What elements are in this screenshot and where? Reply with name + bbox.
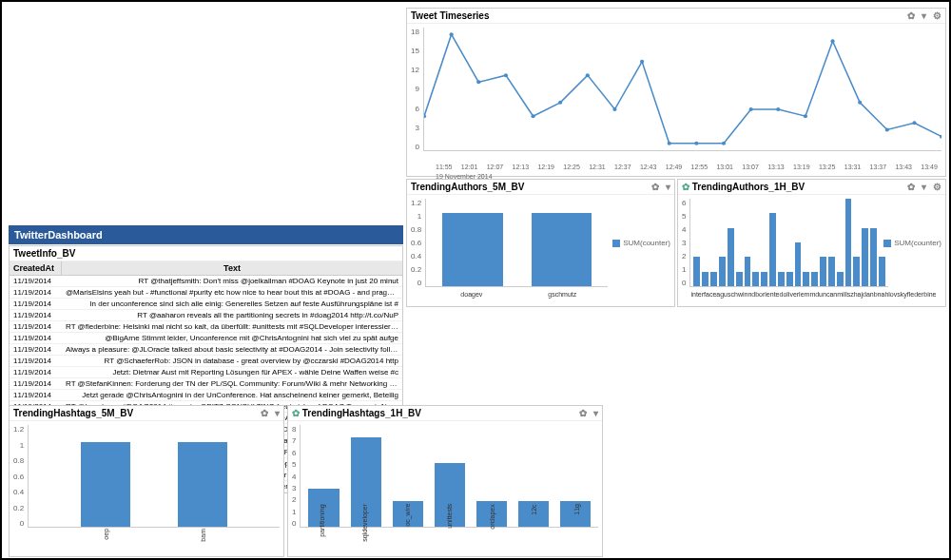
x-tick: 12:55 — [691, 164, 708, 170]
bar[interactable] — [845, 199, 852, 286]
svg-point-17 — [885, 128, 889, 132]
bar[interactable] — [442, 213, 502, 286]
y-axis: 1.210.80.60.40.20 — [13, 425, 24, 528]
x-tick: 12:43 — [640, 164, 657, 170]
table-row[interactable]: 11/19/2014Always a pleasure: @JLOracle t… — [10, 344, 402, 356]
legend-label: SUM(counter) — [623, 239, 670, 247]
bar[interactable] — [786, 272, 793, 286]
bar[interactable] — [828, 257, 835, 286]
chart-body: 6543210 interfaceaguschwinndborientedoli… — [678, 195, 945, 304]
panel-header: TrendingAuthors_5M_BV ✿ ▾ — [407, 180, 674, 195]
legend-label: SUM(counter) — [894, 239, 941, 247]
x-tick: 12:37 — [614, 164, 631, 170]
table-row[interactable]: 11/19/2014Jetzt gerade @ChrisAntognini i… — [10, 390, 402, 401]
panel-hashtags1h: ✿ TrendingHashtags_1H_BV ✿ ▾ 876543210 p… — [287, 405, 603, 557]
cell-date: 11/19/2014 — [10, 321, 62, 332]
x-label: unittests — [446, 504, 453, 542]
panel-header: TweetInfo_BV — [10, 246, 402, 261]
legend-color — [612, 240, 620, 247]
panel-title: TrendingAuthors_5M_BV — [411, 182, 524, 192]
bar[interactable] — [811, 272, 818, 286]
panel-controls[interactable]: ✿ ▾ ⚙ — [903, 182, 941, 192]
bar[interactable] — [769, 213, 776, 286]
panel-controls[interactable]: ✿ ▾ — [257, 408, 280, 418]
col-header-date[interactable]: CreatedAt — [10, 261, 62, 275]
x-tick: 12:01 — [461, 164, 478, 170]
bar[interactable] — [853, 257, 860, 286]
bar[interactable] — [795, 242, 802, 286]
bar[interactable] — [736, 272, 743, 286]
table-row[interactable]: 11/19/2014@MarisElsins yeah but - #funct… — [10, 287, 402, 299]
bar[interactable] — [693, 257, 700, 286]
x-label: bnahlovsky — [874, 291, 907, 298]
bar[interactable] — [752, 272, 759, 286]
bar[interactable] — [702, 272, 708, 286]
panel-controls[interactable]: ✿ ▾ — [575, 408, 598, 418]
table-row[interactable]: 11/19/2014RT @thatjeffsmith: Don't miss … — [10, 276, 402, 287]
panel-title: TrendingHashtags_1H_BV — [302, 408, 421, 418]
dropdown-icon[interactable]: ▾ — [666, 182, 670, 192]
panel-header: TrendingHashtags_5M_BV ✿ ▾ — [10, 406, 283, 421]
bar[interactable] — [803, 272, 809, 286]
x-label: sqldeveloper — [361, 504, 368, 542]
table-row[interactable]: 11/19/2014Jetzt: Dietmar Aust mit Report… — [10, 367, 402, 378]
bar[interactable] — [81, 442, 130, 527]
bar[interactable] — [862, 228, 868, 286]
panel-controls[interactable]: ✿ ▾ ⚙ — [903, 10, 941, 21]
gear-icon[interactable]: ✿ — [651, 182, 659, 192]
panel-title: TrendingAuthors_1H_BV — [692, 182, 805, 192]
x-label: oliverlemm — [783, 291, 815, 298]
gear-icon[interactable]: ✿ — [907, 10, 915, 21]
table-row[interactable]: 11/19/2014RT @StefanKinnen: Forderung de… — [10, 378, 402, 390]
gear-icon[interactable]: ✿ — [907, 182, 915, 192]
cell-date: 11/19/2014 — [10, 287, 62, 298]
gear-icon[interactable]: ✿ — [261, 408, 268, 418]
bar[interactable] — [870, 228, 877, 286]
gear-icon[interactable]: ✿ — [682, 182, 689, 192]
x-tick: 13:25 — [819, 164, 836, 170]
bar[interactable] — [879, 257, 885, 286]
panel-header: ✿ TrendingHashtags_1H_BV ✿ ▾ — [288, 406, 602, 421]
bar[interactable] — [778, 272, 785, 286]
settings-icon[interactable]: ⚙ — [933, 182, 941, 192]
table-row[interactable]: 11/19/2014In der unconference sind sich … — [10, 299, 402, 310]
svg-point-9 — [668, 142, 671, 145]
dropdown-icon[interactable]: ▾ — [593, 408, 598, 418]
bar[interactable] — [532, 213, 592, 286]
table-row[interactable]: 11/19/2014RT @flederbine: Helsinki mal n… — [10, 321, 402, 333]
col-header-text[interactable]: Text — [62, 261, 402, 275]
bar[interactable] — [178, 442, 227, 527]
cell-date: 11/19/2014 — [10, 356, 62, 366]
x-tick: 12:31 — [589, 164, 606, 170]
plot-area: doagevgschmutz — [425, 199, 608, 287]
bar[interactable] — [820, 257, 826, 286]
bar[interactable] — [710, 272, 717, 286]
panel-controls[interactable]: ✿ ▾ — [648, 182, 670, 192]
settings-icon[interactable]: ⚙ — [933, 10, 941, 21]
svg-point-4 — [531, 114, 534, 118]
table-row[interactable]: 11/19/2014RT @SchaeferRob: JSON in datab… — [10, 356, 402, 367]
dropdown-icon[interactable]: ▾ — [922, 10, 926, 21]
dropdown-icon[interactable]: ▾ — [922, 182, 926, 192]
x-tick: 13:01 — [716, 164, 733, 170]
x-label: bam — [200, 529, 206, 542]
cell-date: 11/19/2014 — [10, 390, 62, 400]
bar[interactable] — [761, 272, 767, 286]
svg-point-18 — [912, 121, 916, 125]
bar[interactable] — [745, 257, 751, 286]
table-row[interactable]: 11/19/2014RT @aaharon reveals all the pa… — [10, 310, 402, 321]
x-tick: 13:31 — [844, 164, 862, 170]
bar[interactable] — [837, 272, 844, 286]
cell-date: 11/19/2014 — [10, 378, 62, 389]
panel-title: TweetInfo_BV — [13, 248, 75, 259]
x-tick: 12:07 — [487, 164, 504, 170]
legend: SUM(counter) — [883, 239, 941, 247]
dropdown-icon[interactable]: ▾ — [275, 408, 280, 418]
gear-icon[interactable]: ✿ — [292, 408, 300, 418]
gear-icon[interactable]: ✿ — [579, 408, 587, 418]
table-row[interactable]: 11/19/2014@BigArne Stimmt leider, Unconf… — [10, 333, 402, 344]
bar[interactable] — [719, 257, 726, 286]
cell-text: @BigArne Stimmt leider, Unconference mit… — [62, 333, 402, 343]
panel-authors1h: ✿ TrendingAuthors_1H_BV ✿ ▾ ⚙ 6543210 in… — [677, 179, 946, 307]
bar[interactable] — [728, 228, 734, 286]
